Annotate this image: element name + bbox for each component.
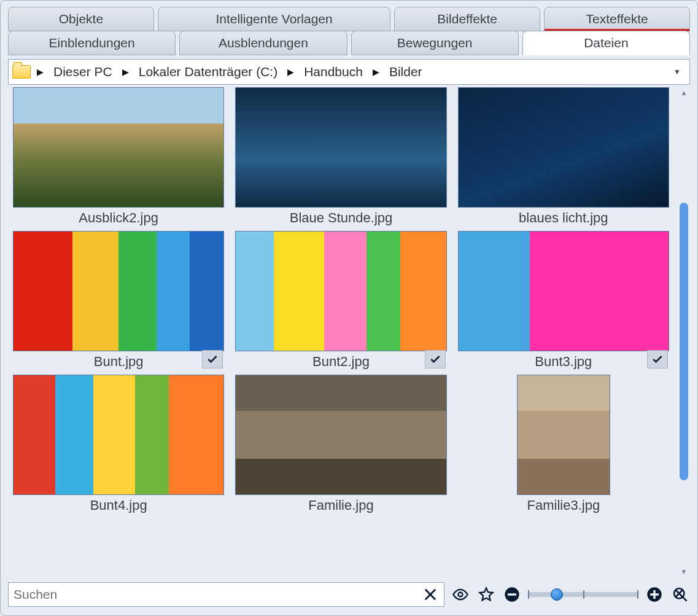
chevron-right-icon[interactable]: ▶ bbox=[36, 67, 45, 77]
zoom-slider-knob[interactable] bbox=[551, 588, 563, 601]
file-item[interactable]: Blaue Stunde.jpg bbox=[235, 87, 446, 226]
eye-icon[interactable] bbox=[451, 585, 470, 604]
tab-row-upper: Objekte Intelligente Vorlagen Bildeffekt… bbox=[8, 7, 690, 31]
check-icon[interactable] bbox=[425, 350, 446, 368]
file-name: blaues licht.jpg bbox=[519, 210, 608, 226]
folder-icon bbox=[12, 65, 31, 79]
tab-row-lower: Einblendungen Ausblendungen Bewegungen D… bbox=[8, 31, 690, 55]
file-item[interactable]: Familie3.jpg bbox=[458, 375, 669, 513]
crumb-handbook[interactable]: Handbuch bbox=[300, 64, 366, 79]
zoom-in-icon[interactable] bbox=[645, 585, 664, 604]
search-input[interactable] bbox=[14, 587, 421, 602]
chevron-right-icon[interactable]: ▶ bbox=[121, 67, 130, 77]
svg-rect-2 bbox=[508, 593, 516, 596]
tab-files[interactable]: Dateien bbox=[522, 31, 690, 55]
search-box bbox=[8, 582, 444, 607]
file-thumbnail[interactable] bbox=[458, 231, 669, 351]
scroll-down-icon[interactable]: ▼ bbox=[679, 566, 689, 577]
zoom-out-icon[interactable] bbox=[502, 585, 522, 604]
crumb-drive-c[interactable]: Lokaler Datenträger (C:) bbox=[135, 64, 281, 79]
file-item[interactable]: Bunt3.jpg bbox=[458, 231, 669, 370]
tab-image-fx[interactable]: Bildeffekte bbox=[394, 7, 540, 31]
file-thumbnail[interactable] bbox=[13, 87, 224, 208]
file-name: Blaue Stunde.jpg bbox=[290, 210, 393, 226]
file-name: Bunt3.jpg bbox=[535, 354, 592, 370]
tab-container: Objekte Intelligente Vorlagen Bildeffekt… bbox=[8, 7, 690, 55]
file-name: Bunt4.jpg bbox=[90, 497, 147, 513]
file-item[interactable]: Bunt4.jpg bbox=[13, 375, 224, 513]
file-thumbnail[interactable] bbox=[13, 231, 224, 351]
scroll-up-icon[interactable]: ▲ bbox=[679, 87, 689, 98]
file-name: Bunt.jpg bbox=[94, 354, 144, 370]
footer bbox=[8, 581, 690, 608]
file-thumbnail[interactable] bbox=[235, 231, 446, 351]
file-item[interactable]: Familie.jpg bbox=[235, 375, 446, 513]
breadcrumb-dropdown[interactable]: ▼ bbox=[671, 65, 683, 79]
tab-motions[interactable]: Bewegungen bbox=[351, 31, 519, 55]
chevron-right-icon[interactable]: ▶ bbox=[286, 67, 295, 77]
crumb-pictures[interactable]: Bilder bbox=[386, 64, 426, 79]
tab-smart-templates[interactable]: Intelligente Vorlagen bbox=[158, 7, 390, 31]
zoom-slider[interactable] bbox=[528, 592, 638, 597]
scrollbar[interactable]: ▲ ▼ bbox=[678, 87, 690, 577]
crumb-this-pc[interactable]: Dieser PC bbox=[50, 64, 116, 79]
file-item[interactable]: Bunt.jpg bbox=[13, 231, 224, 370]
svg-rect-5 bbox=[653, 590, 656, 599]
tab-fade-out[interactable]: Ausblendungen bbox=[179, 31, 347, 55]
breadcrumb: ▶ Dieser PC ▶ Lokaler Datenträger (C:) ▶… bbox=[8, 59, 690, 85]
file-item[interactable]: Ausblick2.jpg bbox=[13, 87, 224, 226]
chevron-right-icon[interactable]: ▶ bbox=[371, 67, 381, 77]
file-grid: Ausblick2.jpgBlaue Stunde.jpgblaues lich… bbox=[8, 87, 674, 577]
file-name: Ausblick2.jpg bbox=[79, 210, 158, 226]
svg-point-0 bbox=[459, 593, 463, 597]
file-item[interactable]: blaues licht.jpg bbox=[458, 87, 669, 226]
check-icon[interactable] bbox=[647, 350, 668, 368]
file-name: Familie3.jpg bbox=[527, 497, 600, 513]
file-thumbnail[interactable] bbox=[517, 375, 610, 495]
tab-text-fx[interactable]: Texteffekte bbox=[544, 7, 690, 31]
file-name: Bunt2.jpg bbox=[312, 354, 370, 370]
file-thumbnail[interactable] bbox=[235, 87, 446, 208]
file-item[interactable]: Bunt2.jpg bbox=[235, 231, 446, 370]
clear-search-icon[interactable] bbox=[421, 585, 440, 604]
zoom-reset-icon[interactable] bbox=[670, 585, 690, 604]
file-thumbnail[interactable] bbox=[235, 375, 446, 495]
file-name: Familie.jpg bbox=[308, 497, 373, 513]
file-thumbnail[interactable] bbox=[13, 375, 224, 495]
star-icon[interactable] bbox=[476, 585, 496, 604]
tab-fade-in[interactable]: Einblendungen bbox=[8, 31, 176, 55]
check-icon[interactable] bbox=[202, 350, 223, 368]
file-thumbnail[interactable] bbox=[458, 87, 669, 208]
scrollbar-thumb[interactable] bbox=[680, 203, 688, 480]
tab-objects[interactable]: Objekte bbox=[8, 7, 154, 31]
scrollbar-track[interactable] bbox=[680, 101, 688, 564]
